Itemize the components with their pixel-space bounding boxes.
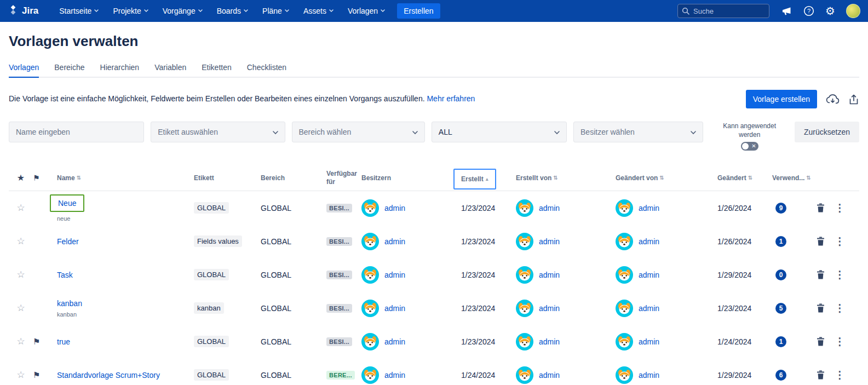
modified-by-link[interactable]: admin (639, 371, 659, 380)
created-by-link[interactable]: admin (539, 371, 560, 380)
star-icon[interactable]: ☆ (16, 202, 25, 214)
header-besitzern[interactable]: Besitzern (361, 174, 461, 182)
header-geaendert-von[interactable]: Geändert von⇅ (616, 174, 717, 182)
learn-more-link[interactable]: Mehr erfahren (427, 94, 475, 103)
owner-link[interactable]: admin (384, 304, 405, 313)
nav-item-projekte[interactable]: Projekte (113, 7, 148, 15)
tab-bereiche[interactable]: Bereiche (54, 63, 84, 78)
nav-item-assets[interactable]: Assets (303, 7, 334, 15)
usage-badge[interactable]: 6 (775, 370, 786, 381)
applicable-toggle[interactable]: ✕ (741, 142, 758, 151)
more-actions-button[interactable]: ⋮ (832, 267, 847, 282)
header-erstellt[interactable]: Erstellt ▴ (461, 168, 516, 188)
scope-filter-select[interactable]: Bereich wählen (292, 122, 425, 142)
tab-vorlagen[interactable]: Vorlagen (9, 63, 39, 78)
header-etikett[interactable]: Etikett (194, 174, 261, 182)
created-by-link[interactable]: admin (539, 337, 560, 346)
delete-button[interactable] (814, 335, 827, 348)
delete-button[interactable] (814, 268, 827, 281)
label-filter-select[interactable]: Etikett auswählen (151, 122, 285, 142)
import-cloud-icon[interactable] (826, 94, 840, 105)
created-date: 1/23/2024 (461, 204, 495, 212)
template-name-link[interactable]: Task (57, 271, 73, 279)
reset-button[interactable]: Zurücksetzen (795, 122, 859, 142)
user-avatar[interactable] (846, 4, 860, 18)
owner-link[interactable]: admin (384, 371, 405, 380)
nav-item-plaene[interactable]: Pläne (262, 7, 289, 15)
template-name-link[interactable]: Felder (57, 237, 79, 246)
usage-badge[interactable]: 0 (775, 269, 786, 280)
sort-icon: ⇅ (748, 175, 752, 181)
nav-item-boards[interactable]: Boards (217, 7, 248, 15)
owner-link[interactable]: admin (384, 237, 405, 246)
nav-item-vorgaenge[interactable]: Vorgänge (163, 7, 203, 15)
search-input[interactable] (677, 4, 769, 18)
more-actions-button[interactable]: ⋮ (832, 301, 847, 315)
delete-button[interactable] (814, 234, 827, 248)
created-by-link[interactable]: admin (539, 204, 560, 212)
star-icon[interactable]: ☆ (16, 302, 25, 314)
template-name-link[interactable]: kanban (57, 299, 82, 308)
header-erstellt-von[interactable]: Erstellt von⇅ (516, 174, 616, 182)
star-icon[interactable]: ☆ (16, 235, 25, 247)
created-by-link[interactable]: admin (539, 271, 560, 279)
trash-icon (817, 270, 825, 279)
star-icon[interactable]: ☆ (16, 369, 25, 381)
created-by-link[interactable]: admin (539, 304, 560, 313)
modified-by-link[interactable]: admin (639, 304, 659, 313)
delete-button[interactable] (814, 301, 827, 315)
usage-badge[interactable]: 1 (775, 336, 786, 347)
toggle-knob (742, 143, 749, 150)
gear-icon[interactable]: ⚙ (825, 5, 835, 16)
megaphone-icon[interactable] (781, 6, 792, 16)
modified-by-link[interactable]: admin (639, 271, 659, 279)
more-actions-button[interactable]: ⋮ (832, 334, 847, 349)
created-by-avatar (516, 266, 533, 284)
owner-filter-select[interactable]: Besitzer wählen (573, 122, 703, 142)
kebab-icon: ⋮ (835, 236, 845, 246)
star-icon[interactable]: ☆ (16, 269, 25, 280)
create-button[interactable]: Erstellen (397, 3, 440, 19)
modified-by-link[interactable]: admin (639, 237, 659, 246)
owner-link[interactable]: admin (384, 271, 405, 279)
name-filter-input[interactable] (9, 122, 144, 142)
template-name-link[interactable]: Neue (50, 194, 84, 212)
header-geaendert[interactable]: Geändert⇅ (717, 174, 772, 182)
usage-badge[interactable]: 9 (775, 203, 786, 214)
more-actions-button[interactable]: ⋮ (832, 200, 847, 215)
template-name-link[interactable]: Standardvorlage Scrum+Story (57, 371, 160, 380)
tab-hierarchien[interactable]: Hierarchien (100, 63, 140, 78)
all-filter-select[interactable]: ALL (432, 122, 567, 142)
header-bereich[interactable]: Bereich (261, 174, 326, 182)
search-icon (682, 7, 689, 17)
owner-link[interactable]: admin (384, 204, 405, 212)
help-icon[interactable]: ? (803, 5, 814, 16)
tab-etiketten[interactable]: Etiketten (202, 63, 231, 78)
delete-button[interactable] (814, 368, 827, 382)
tab-variablen[interactable]: Variablen (154, 63, 186, 78)
modified-by-link[interactable]: admin (639, 204, 659, 212)
more-actions-button[interactable]: ⋮ (832, 234, 847, 249)
export-icon[interactable] (848, 94, 859, 105)
header-name[interactable]: Name⇅ (51, 174, 194, 182)
star-column-icon[interactable]: ★ (17, 173, 25, 183)
nav-item-startseite[interactable]: Startseite (59, 7, 99, 15)
jira-logo[interactable]: Jira (8, 4, 38, 18)
nav-item-vorlagen[interactable]: Vorlagen (348, 7, 385, 15)
more-actions-button[interactable]: ⋮ (832, 367, 847, 382)
create-template-button[interactable]: Vorlage erstellen (746, 90, 817, 108)
tab-checklisten[interactable]: Checklisten (247, 63, 286, 78)
flag-column-icon[interactable]: ⚑ (33, 174, 40, 182)
header-verfuegbar-fuer[interactable]: Verfügbar für (326, 170, 361, 186)
owner-link[interactable]: admin (384, 337, 405, 346)
header-verwendungen[interactable]: Verwend...⇅ (772, 174, 808, 182)
modified-by-link[interactable]: admin (639, 337, 659, 346)
star-icon[interactable]: ☆ (16, 336, 25, 347)
template-name-link[interactable]: true (57, 337, 70, 346)
delete-button[interactable] (814, 201, 827, 215)
owner-avatar (361, 333, 379, 350)
created-by-link[interactable]: admin (539, 237, 560, 246)
modified-date: 1/29/2024 (717, 271, 751, 279)
usage-badge[interactable]: 5 (775, 303, 786, 314)
usage-badge[interactable]: 1 (775, 236, 786, 247)
